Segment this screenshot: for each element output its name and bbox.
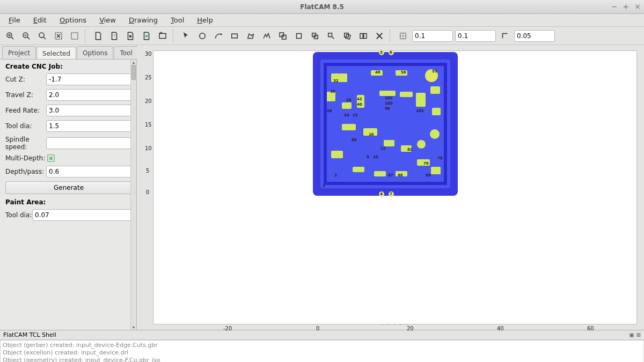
multidepth-label: Multi-Depth: xyxy=(5,154,47,162)
maximize-icon[interactable]: + xyxy=(623,2,630,11)
window-title: FlatCAM 8.5 xyxy=(300,3,344,11)
travelz-label: Travel Z: xyxy=(5,91,46,99)
union-icon[interactable] xyxy=(276,29,290,43)
svg-rect-21 xyxy=(328,33,332,36)
tab-tool[interactable]: Tool xyxy=(114,46,138,59)
spindle-input[interactable] xyxy=(46,137,132,149)
tooldia2-input[interactable] xyxy=(32,209,132,221)
open-project-icon[interactable] xyxy=(156,29,170,43)
menu-tool[interactable]: Tool xyxy=(165,14,189,26)
y-tick: 5 xyxy=(146,168,149,174)
pcb-interior: 32 49 50 53 30 29 42 40 102 100 99 105 2… xyxy=(320,60,450,188)
cutz-label: Cut Z: xyxy=(5,76,46,83)
paint-title: Paint Area: xyxy=(5,198,132,206)
plot-area[interactable]: 30 25 20 15 10 5 0 -20 0 20 40 60 xyxy=(153,50,637,324)
svg-rect-18 xyxy=(297,33,302,38)
section-title: Create CNC Job: xyxy=(5,63,132,70)
svg-point-11 xyxy=(130,35,131,37)
tab-project[interactable]: Project xyxy=(2,46,36,59)
spindle-label: Spindle speed: xyxy=(5,136,46,151)
y-tick: 10 xyxy=(145,145,152,151)
shell-output[interactable]: Object (gerber) created: input_device-Ed… xyxy=(0,340,644,362)
open-gerber-icon[interactable] xyxy=(107,29,121,43)
close-icon[interactable]: × xyxy=(634,2,641,11)
clear-plot-icon[interactable] xyxy=(68,29,82,43)
tab-options[interactable]: Options xyxy=(77,46,113,59)
tooldia-input[interactable] xyxy=(46,120,132,132)
svg-line-1 xyxy=(11,37,13,39)
rectangle-icon[interactable] xyxy=(228,29,241,43)
svg-rect-12 xyxy=(159,33,166,38)
shell-title: FlatCAM TCL Shell xyxy=(3,331,56,338)
tolerance-field[interactable] xyxy=(514,30,555,42)
notebook-tabs: Project Selected Options Tool xyxy=(0,45,136,59)
svg-rect-26 xyxy=(400,33,406,39)
tab-selected[interactable]: Selected xyxy=(36,47,76,60)
zoom-in-icon[interactable] xyxy=(3,29,17,43)
shell-detach-icon[interactable]: ▣ xyxy=(629,332,634,338)
toolbar xyxy=(0,27,644,45)
flip-icon[interactable] xyxy=(356,29,370,43)
svg-rect-15 xyxy=(232,34,238,38)
multidepth-checkbox[interactable]: ✕ xyxy=(47,154,55,162)
x-tick: 60 xyxy=(587,326,594,331)
zoom-out-icon[interactable] xyxy=(19,29,33,43)
circle-icon[interactable] xyxy=(195,29,209,43)
grid-icon[interactable] xyxy=(396,29,410,43)
menu-view[interactable]: View xyxy=(94,14,121,26)
menu-help[interactable]: Help xyxy=(192,14,218,26)
shell-close-icon[interactable]: ⊠ xyxy=(636,332,641,338)
y-tick: 20 xyxy=(145,98,152,104)
cutz-input[interactable] xyxy=(46,73,132,85)
tooldia-label: Tool dia: xyxy=(5,122,46,130)
shell-panel: FlatCAM TCL Shell ▣ ⊠ Object (gerber) cr… xyxy=(0,330,644,362)
minimize-icon[interactable]: − xyxy=(611,2,618,11)
x-tick: 40 xyxy=(497,326,504,331)
snap-y-field[interactable] xyxy=(455,30,496,42)
snap-corner-icon[interactable] xyxy=(498,29,512,43)
svg-line-5 xyxy=(27,37,30,39)
travelz-input[interactable] xyxy=(46,89,132,101)
snap-x-field[interactable] xyxy=(412,30,453,42)
menu-file[interactable]: File xyxy=(3,14,26,26)
subtract-icon[interactable] xyxy=(292,29,306,43)
window-titlebar: FlatCAM 8.5 − + × xyxy=(0,0,644,14)
x-tick: 0 xyxy=(316,326,319,331)
canvas-area[interactable]: ⋮⋮⋮ 30 25 20 15 10 5 0 -20 0 20 40 60 xyxy=(137,45,644,330)
y-tick: 30 xyxy=(145,51,152,57)
svg-point-7 xyxy=(39,33,44,38)
tooldia2-label: Tool dia: xyxy=(5,211,32,219)
menu-options[interactable]: Options xyxy=(54,14,92,26)
menubar: File Edit Options View Drawing Tool Help xyxy=(0,14,644,27)
svg-point-14 xyxy=(221,34,222,35)
svg-rect-25 xyxy=(364,33,367,38)
open-excellon-icon[interactable] xyxy=(123,29,137,43)
x-tick: 20 xyxy=(407,326,414,331)
polygon-icon[interactable] xyxy=(244,29,258,43)
menu-edit[interactable]: Edit xyxy=(28,14,52,26)
feed-label: Feed Rate: xyxy=(5,107,46,114)
copy-icon[interactable] xyxy=(308,29,322,43)
generate-button[interactable]: Generate xyxy=(5,181,132,194)
y-tick: 15 xyxy=(145,122,152,128)
arc-icon[interactable] xyxy=(211,29,225,43)
replot-icon[interactable] xyxy=(52,29,65,43)
new-project-icon[interactable] xyxy=(91,29,105,43)
path-icon[interactable] xyxy=(260,29,274,43)
select-icon[interactable] xyxy=(179,29,193,43)
depthpass-input[interactable] xyxy=(46,166,132,178)
svg-point-13 xyxy=(200,33,206,39)
zoom-fit-icon[interactable] xyxy=(35,29,49,43)
depthpass-label: Depth/pass: xyxy=(5,168,46,175)
svg-rect-24 xyxy=(360,33,363,38)
splitter-handle[interactable]: ⋮⋮⋮ xyxy=(133,188,137,209)
move-icon[interactable] xyxy=(324,29,338,43)
y-tick: 25 xyxy=(145,75,152,80)
y-tick: 0 xyxy=(146,189,149,195)
menu-drawing[interactable]: Drawing xyxy=(123,14,163,26)
svg-rect-10 xyxy=(71,33,78,39)
delete-icon[interactable] xyxy=(372,29,386,43)
feed-input[interactable] xyxy=(46,105,132,116)
rotate-icon[interactable] xyxy=(340,29,354,43)
open-gcode-icon[interactable] xyxy=(140,29,153,43)
